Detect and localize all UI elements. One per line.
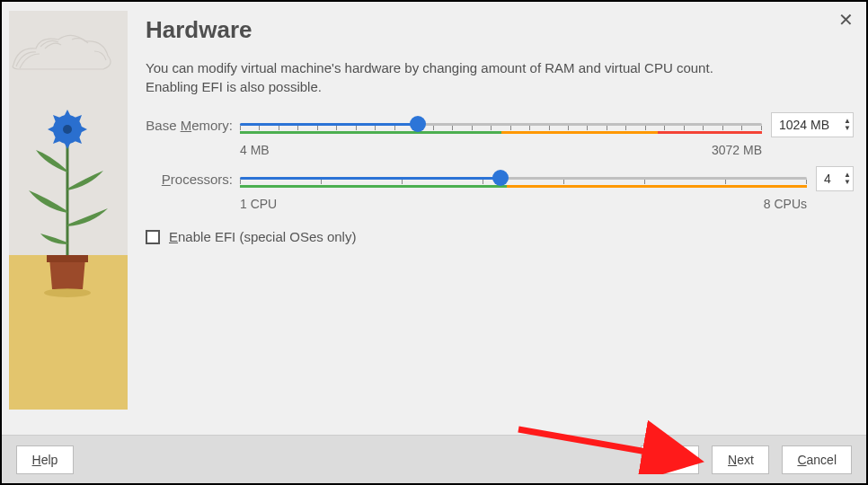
- processors-max-label: 8 CPUs: [764, 197, 807, 211]
- spin-down-icon[interactable]: ▼: [844, 125, 851, 132]
- page-description: You can modify virtual machine's hardwar…: [146, 58, 757, 96]
- memory-max-label: 3072 MB: [712, 143, 762, 157]
- page-title: Hardware: [146, 16, 854, 44]
- spin-down-icon[interactable]: ▼: [844, 179, 851, 186]
- enable-efi-label: Enable EFI (special OSes only): [169, 229, 356, 244]
- processors-slider[interactable]: [240, 171, 807, 187]
- cancel-button[interactable]: Cancel: [782, 445, 852, 474]
- svg-rect-2: [47, 255, 88, 262]
- next-button[interactable]: Next: [712, 445, 769, 474]
- svg-point-3: [44, 288, 91, 297]
- enable-efi-checkbox[interactable]: [146, 230, 160, 244]
- memory-slider[interactable]: [240, 117, 762, 133]
- processors-label: Processors:: [146, 172, 240, 187]
- processors-spinbox[interactable]: 4 ▲ ▼: [816, 166, 854, 191]
- memory-spinbox[interactable]: 1024 MB ▲ ▼: [771, 112, 854, 137]
- memory-label: Base Memory:: [146, 118, 240, 133]
- svg-point-1: [63, 125, 72, 134]
- memory-min-label: 4 MB: [240, 143, 270, 157]
- help-button[interactable]: Help: [16, 445, 74, 474]
- processors-min-label: 1 CPU: [240, 197, 277, 211]
- wizard-illustration: [9, 11, 128, 410]
- back-button[interactable]: Back: [641, 445, 699, 474]
